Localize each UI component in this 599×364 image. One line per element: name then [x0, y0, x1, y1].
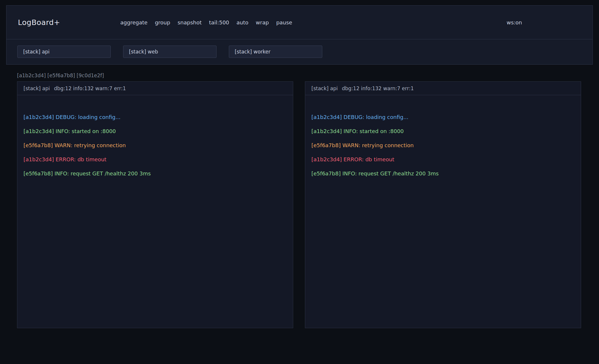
topbar: LogBoard+ aggregate group snapshot tail:… [6, 6, 593, 39]
panel-stats: dbg:12 info:132 warn:7 err:1 [342, 85, 414, 91]
panel-stack-name: [stack] api [24, 85, 50, 91]
log-line: [a1b2c3d4] INFO: started on :8000 [24, 127, 287, 135]
toolbar-action-tail[interactable]: tail:500 [209, 19, 229, 26]
header-box: LogBoard+ aggregate group snapshot tail:… [6, 5, 593, 65]
toolbar-action-group[interactable]: group [155, 19, 170, 26]
stack-chip-api[interactable]: [stack] api [17, 46, 111, 58]
app-title: LogBoard+ [18, 18, 60, 27]
stack-chip-web[interactable]: [stack] web [123, 46, 217, 58]
log-line: [e5f6a7b8] WARN: retrying connection [311, 141, 575, 149]
log-line: [e5f6a7b8] WARN: retrying connection [24, 141, 287, 149]
log-scroll-area[interactable]: [a1b2c3d4] DEBUG: loading config... [a1b… [17, 95, 293, 328]
log-panel-right: [stack] api dbg:12 info:132 warn:7 err:1… [305, 81, 581, 328]
log-panel-header: [stack] api dbg:12 info:132 warn:7 err:1 [17, 82, 293, 95]
toolbar-action-snapshot[interactable]: snapshot [177, 19, 202, 26]
toolbar-action-aggregate[interactable]: aggregate [120, 19, 148, 26]
log-line: [e5f6a7b8] INFO: request GET /healthz 20… [24, 170, 287, 177]
toolbar: aggregate group snapshot tail:500 auto w… [120, 19, 292, 26]
stack-chip-worker[interactable]: [stack] worker [229, 46, 322, 58]
log-panels: [stack] api dbg:12 info:132 warn:7 err:1… [17, 81, 593, 328]
log-line: [a1b2c3d4] DEBUG: loading config... [24, 113, 287, 121]
log-line: [a1b2c3d4] INFO: started on :8000 [311, 127, 575, 135]
websocket-status-toggle[interactable]: ws:on [506, 19, 522, 26]
log-line: [a1b2c3d4] ERROR: db timeout [311, 155, 575, 163]
log-panel-left: [stack] api dbg:12 info:132 warn:7 err:1… [17, 81, 293, 328]
toolbar-action-pause[interactable]: pause [276, 19, 292, 26]
panel-stack-name: [stack] api [311, 85, 338, 91]
log-line: [a1b2c3d4] ERROR: db timeout [24, 155, 287, 163]
log-panel-header: [stack] api dbg:12 info:132 warn:7 err:1 [305, 82, 581, 95]
toolbar-action-auto[interactable]: auto [236, 19, 249, 26]
stack-chip-row: [stack] api [stack] web [stack] worker [17, 46, 593, 58]
trace-id-line: [a1b2c3d4] [e5f6a7b8] [9c0d1e2f] [17, 73, 593, 78]
log-line: [a1b2c3d4] DEBUG: loading config... [311, 113, 575, 121]
toolbar-action-wrap[interactable]: wrap [256, 19, 269, 26]
panel-stats: dbg:12 info:132 warn:7 err:1 [54, 85, 126, 91]
log-scroll-area[interactable]: [a1b2c3d4] DEBUG: loading config... [a1b… [305, 95, 581, 328]
log-line: [e5f6a7b8] INFO: request GET /healthz 20… [311, 170, 575, 177]
